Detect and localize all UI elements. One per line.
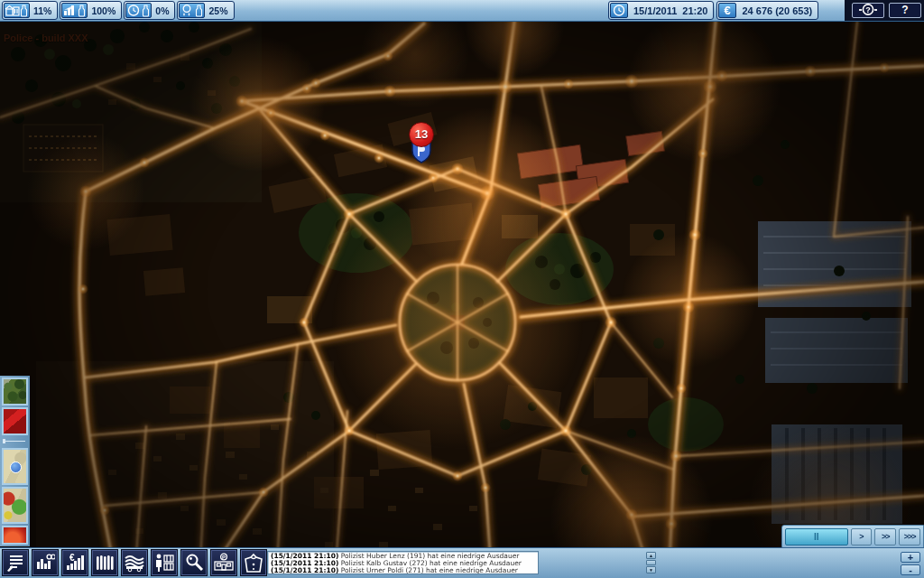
- journal-icon: [5, 553, 25, 573]
- map-marker-13[interactable]: 13: [408, 122, 435, 163]
- euro-icon: €: [718, 3, 736, 18]
- stat-panel-time[interactable]: 0%: [124, 1, 175, 20]
- police-badge-dot-icon: [10, 461, 22, 473]
- vehicles-icon: [124, 553, 145, 573]
- pause-button[interactable]: II: [785, 528, 848, 545]
- vehicles-button[interactable]: [121, 549, 148, 576]
- svg-text:P: P: [222, 555, 226, 560]
- buildings-icon: [4, 3, 30, 18]
- money-panel[interactable]: € 24 676 (20 653): [716, 1, 818, 20]
- money-label: 24 676 (20 653): [736, 5, 812, 16]
- log-scrollbar[interactable]: ▲ ▼: [646, 552, 656, 573]
- chart-icon: [61, 3, 88, 18]
- statistics-icon: [35, 553, 55, 573]
- speed-1-button[interactable]: >: [851, 528, 873, 545]
- tutorial-button[interactable]: ?: [852, 3, 884, 18]
- scroll-down-icon[interactable]: ▼: [646, 566, 656, 573]
- marker-number-label: 13: [409, 122, 434, 147]
- journal-button[interactable]: [2, 549, 29, 576]
- bottom-toolbar: €: [0, 547, 924, 578]
- stat-value-statistics: 100%: [88, 5, 120, 16]
- tile-city-map-view[interactable]: [2, 448, 28, 485]
- tile-crime-heatmap[interactable]: [2, 407, 28, 435]
- help-strip: ? ?: [845, 0, 924, 21]
- staff-building-icon: [153, 553, 175, 573]
- tile-separator: [1, 437, 27, 446]
- tile-district-map-view[interactable]: [2, 487, 28, 524]
- staff-management-button[interactable]: [151, 549, 178, 576]
- city-map[interactable]: [0, 0, 924, 578]
- tutorial-icon: ?: [856, 4, 880, 15]
- build-watermark: Police - build XXX: [4, 33, 88, 43]
- personnel-button[interactable]: [91, 549, 118, 576]
- scroll-thumb[interactable]: [646, 560, 656, 565]
- minimap-tile-stack: [0, 376, 30, 546]
- zoom-out-button[interactable]: -: [901, 564, 920, 575]
- stat-panel-statistics[interactable]: 100%: [60, 1, 122, 20]
- tile-danger-heatmap[interactable]: [2, 526, 28, 545]
- tile-satellite-view[interactable]: [2, 378, 28, 406]
- droplets-icon: [179, 3, 205, 18]
- toolbar-buttons: €: [2, 549, 267, 576]
- city-stats-group: 11% 100%: [0, 0, 235, 21]
- stat-panel-buildings[interactable]: 11%: [2, 1, 58, 20]
- suspects-button[interactable]: [240, 549, 267, 576]
- zoom-in-button[interactable]: +: [901, 552, 920, 563]
- speed-2-button[interactable]: >>: [874, 528, 896, 545]
- statistics-button[interactable]: [32, 549, 59, 576]
- clock-icon: [125, 3, 152, 18]
- svg-text:€: €: [725, 4, 731, 17]
- help-button[interactable]: ?: [889, 3, 921, 18]
- clock-icon: [610, 3, 628, 18]
- police-station-button[interactable]: P: [210, 549, 237, 576]
- game-speed-panel: II > >> >>>: [781, 525, 924, 549]
- datetime-panel[interactable]: 15/1/2011 21:20: [608, 1, 714, 20]
- game-window: Police - build XXX 13: [0, 0, 924, 578]
- svg-text:?: ?: [865, 5, 871, 14]
- stat-value-droplets: 25%: [205, 5, 232, 16]
- stat-value-time: 0%: [152, 5, 173, 16]
- stat-value-buildings: 11%: [30, 5, 56, 16]
- search-button[interactable]: [180, 549, 208, 576]
- suspect-icon: [243, 553, 264, 573]
- finances-button[interactable]: €: [61, 549, 88, 576]
- finances-icon: €: [65, 553, 85, 573]
- date-money-group: 15/1/2011 21:20 € 24 676 (20 653): [608, 1, 818, 20]
- speed-3-button[interactable]: >>>: [899, 528, 920, 545]
- zoom-controls: + -: [901, 552, 920, 575]
- stat-panel-droplets[interactable]: 25%: [177, 1, 234, 20]
- personnel-icon: [95, 553, 115, 573]
- date-label: 15/1/2011: [628, 5, 677, 16]
- station-icon: P: [213, 553, 235, 573]
- scroll-up-icon[interactable]: ▲: [646, 552, 656, 559]
- event-log[interactable]: (15/1/2011 21:10) Polizist Huber Lenz (1…: [267, 551, 539, 574]
- time-label: 21:20: [677, 5, 707, 16]
- search-icon: [184, 553, 204, 573]
